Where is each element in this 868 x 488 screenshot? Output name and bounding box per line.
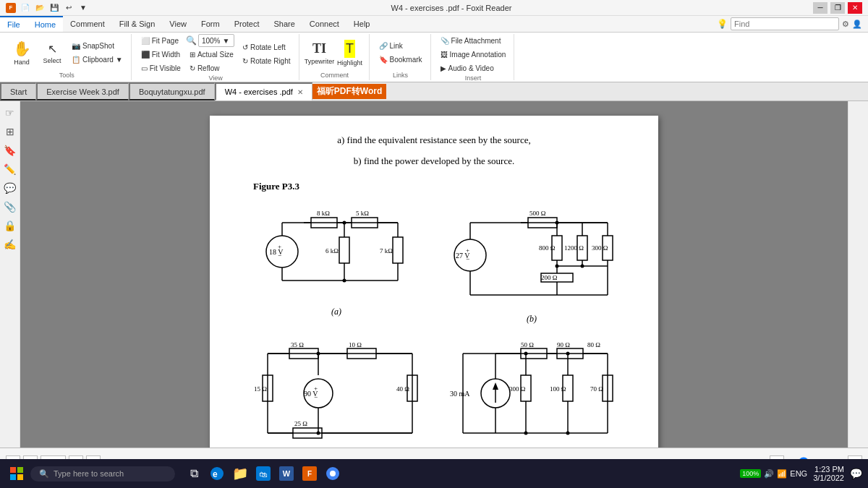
snapshot-icon: 📷 [72, 42, 80, 50]
system-tray: 100% 🔊 📶 ENG [740, 469, 807, 479]
taskbar-edge-icon[interactable]: e [207, 463, 227, 484]
bookmark-btn[interactable]: 🔖 Bookmark [375, 53, 426, 67]
typewriter-btn[interactable]: TI Typewriter [305, 35, 334, 71]
file-attachment-btn[interactable]: 📎 File Attachment [437, 34, 510, 47]
circuits-container: + − 18 V 8 kΩ [239, 201, 629, 448]
hand-tool-left[interactable]: ☞ [1, 104, 19, 121]
foxit-banner[interactable]: 福昕PDF转Word [312, 84, 386, 99]
snapshot-btn[interactable]: 📷 SnapShot [68, 40, 127, 53]
tab-help[interactable]: Help [346, 16, 378, 32]
file-attachment-icon: 📎 [441, 37, 449, 45]
select-icon: ↖ [48, 42, 57, 56]
network-icon[interactable]: 📶 [777, 469, 787, 479]
comment-group: TI Typewriter T Highlight Comment [301, 34, 370, 80]
taskbar-search-icon: 🔍 [39, 469, 49, 479]
attachment-left-btn[interactable]: 📎 [1, 198, 19, 215]
tab-protect[interactable]: Protect [227, 16, 267, 32]
svg-text:80 Ω: 80 Ω [587, 341, 600, 348]
circuit-c-svg: 35 Ω 10 Ω 15 Ω 40 Ω [253, 339, 420, 448]
open-btn[interactable]: 📂 [33, 1, 46, 14]
reflow-btn[interactable]: ↻ Reflow [186, 61, 237, 74]
svg-rect-118 [17, 467, 23, 473]
svg-text:e: e [213, 469, 218, 479]
clipboard-icon: 📋 [72, 56, 80, 64]
fit-visible-btn[interactable]: ▭ Fit Visible [137, 61, 184, 74]
taskbar-explorer-icon[interactable]: 📁 [230, 463, 250, 484]
security-btn[interactable]: 🔒 [1, 217, 19, 234]
audio-video-btn[interactable]: ▶ Audio & Video [437, 61, 510, 74]
annotation-btn[interactable]: ✏️ [1, 160, 19, 178]
link-btn[interactable]: 🔗 Link [375, 40, 426, 53]
title-bar: F 📄 📂 💾 ↩ ▼ W4 - exercises .pdf - Foxit … [0, 0, 868, 16]
fit-width-btn[interactable]: ⬛ Fit Width [137, 48, 184, 61]
undo-btn[interactable]: ↩ [62, 1, 75, 14]
tab-exercise-week3[interactable]: Exercise Week 3.pdf [36, 82, 129, 100]
tab-boquy[interactable]: Boquytatungxu.pdf [129, 82, 215, 100]
zoom-dropdown-icon[interactable]: ▼ [222, 37, 229, 45]
window-title: W4 - exercises .pdf - Foxit Reader [90, 4, 813, 12]
search-settings-icon[interactable]: ⚙ [842, 20, 849, 29]
notification-btn[interactable]: 💬 [850, 468, 862, 479]
actual-size-btn[interactable]: ⊞ Actual Size [186, 48, 237, 61]
tab-file[interactable]: File [0, 16, 27, 32]
taskbar-task-view[interactable]: ⧉ [184, 463, 204, 484]
taskbar-store-icon[interactable]: 🛍 [253, 463, 273, 484]
save-btn[interactable]: 💾 [48, 1, 61, 14]
tab-start[interactable]: Start [0, 82, 36, 100]
speaker-icon[interactable]: 🔊 [764, 469, 774, 479]
tools-group: ✋ Hand ↖ Select 📷 SnapShot 📋 Clipboard [3, 34, 132, 80]
tab-share[interactable]: Share [266, 16, 302, 32]
restore-btn[interactable]: ❐ [830, 2, 845, 14]
comment-left-btn[interactable]: 💬 [1, 179, 19, 197]
rotate-right-btn[interactable]: ↻ Rotate Right [239, 55, 294, 68]
customize-btn[interactable]: ▼ [77, 1, 90, 14]
select-tool-btn[interactable]: ↖ Select [38, 35, 67, 71]
view-col3: ↺ Rotate Left ↻ Rotate Right [239, 41, 294, 68]
ribbon-search-input[interactable] [731, 17, 839, 30]
taskbar-chrome-icon[interactable] [323, 463, 343, 484]
taskbar-search-text: Type here to search [54, 469, 124, 478]
tab-w4[interactable]: W4 - exercises .pdf ✕ [215, 82, 312, 100]
clipboard-btn[interactable]: 📋 Clipboard ▼ [68, 53, 127, 67]
clipboard-dropdown-icon[interactable]: ▼ [116, 56, 123, 64]
circuit-a: + − 18 V 8 kΩ [246, 201, 427, 325]
search-lightbulb-icon: 💡 [717, 19, 728, 29]
page-thumbnail-btn[interactable]: ⊞ [1, 123, 19, 140]
tab-view[interactable]: View [162, 16, 194, 32]
zoom-value-btn[interactable]: 100% ▼ [198, 34, 234, 47]
taskbar-search[interactable]: 🔍 Type here to search [30, 466, 175, 481]
insert-group-label: Insert [465, 74, 482, 83]
minimize-btn[interactable]: ─ [813, 2, 827, 14]
taskbar-pinned-icons: ⧉ e 📁 🛍 W F [184, 463, 343, 484]
hand-tool-btn[interactable]: ✋ Hand [7, 35, 36, 71]
time-display: 1:23 PM [813, 465, 844, 474]
svg-point-53 [581, 264, 584, 267]
rotate-left-btn[interactable]: ↺ Rotate Left [239, 41, 294, 54]
tab-fill-sign[interactable]: Fill & Sign [112, 16, 163, 32]
right-panel [848, 101, 868, 448]
bookmark-left-btn[interactable]: 🔖 [1, 142, 19, 159]
sign-btn[interactable]: ✍ [1, 236, 19, 253]
tabs-bar: Start Exercise Week 3.pdf Boquytatungxu.… [0, 82, 868, 101]
tab-form[interactable]: Form [194, 16, 227, 32]
start-button[interactable] [6, 463, 27, 484]
highlight-btn[interactable]: T Highlight [336, 35, 365, 71]
svg-text:300 Ω: 300 Ω [592, 244, 608, 252]
svg-rect-120 [17, 474, 23, 480]
image-annotation-btn[interactable]: 🖼 Image Annotation [437, 48, 510, 61]
clock[interactable]: 1:23 PM 3/1/2022 [813, 465, 844, 482]
tab-home[interactable]: Home [27, 16, 63, 32]
reflow-icon: ↻ [190, 64, 195, 72]
highlight-icon: T [344, 40, 355, 58]
app-icon: F [6, 3, 16, 13]
tab-w4-close[interactable]: ✕ [297, 88, 303, 96]
tab-connect[interactable]: Connect [302, 16, 346, 32]
new-btn[interactable]: 📄 [19, 1, 32, 14]
taskbar-word-icon[interactable]: W [276, 463, 297, 484]
tab-comment[interactable]: Comment [63, 16, 112, 32]
ribbon-user-icon[interactable]: 👤 [852, 20, 862, 29]
taskbar-foxit-icon[interactable]: F [299, 463, 320, 484]
close-btn[interactable]: ✕ [848, 2, 862, 14]
tools-col: 📷 SnapShot 📋 Clipboard ▼ [68, 40, 127, 67]
fit-page-btn[interactable]: ⬜ Fit Page [137, 34, 184, 47]
